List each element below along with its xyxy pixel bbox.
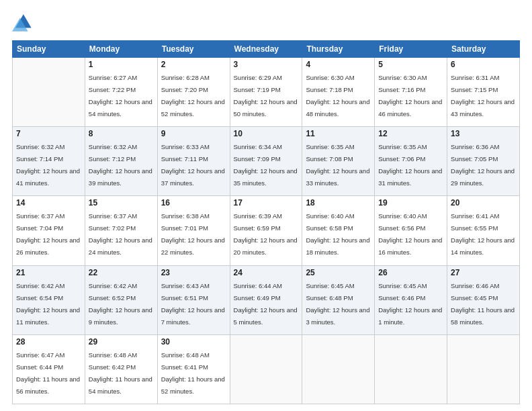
day-number: 22	[89, 268, 154, 277]
calendar-cell	[230, 334, 302, 404]
day-number: 14	[16, 198, 81, 208]
day-number: 10	[234, 129, 299, 138]
day-number: 24	[234, 268, 299, 277]
day-info: Sunrise: 6:31 AMSunset: 7:15 PMDaylight:…	[451, 74, 515, 118]
day-number: 29	[89, 337, 154, 347]
calendar-cell: 13Sunrise: 6:36 AMSunset: 7:05 PMDayligh…	[447, 127, 520, 196]
day-number: 3	[234, 60, 299, 69]
day-number: 21	[16, 268, 81, 277]
day-number: 5	[378, 60, 443, 69]
day-info: Sunrise: 6:39 AMSunset: 6:59 PMDaylight:…	[234, 212, 298, 256]
calendar-cell: 27Sunrise: 6:46 AMSunset: 6:45 PMDayligh…	[447, 265, 520, 334]
weekday-header-saturday: Saturday	[447, 41, 520, 58]
calendar-cell: 2Sunrise: 6:28 AMSunset: 7:20 PMDaylight…	[157, 58, 230, 127]
calendar-header-row: SundayMondayTuesdayWednesdayThursdayFrid…	[13, 41, 520, 58]
day-info: Sunrise: 6:41 AMSunset: 6:55 PMDaylight:…	[451, 212, 515, 256]
day-info: Sunrise: 6:48 AMSunset: 6:41 PMDaylight:…	[161, 351, 225, 395]
day-number: 7	[16, 129, 81, 138]
day-info: Sunrise: 6:33 AMSunset: 7:11 PMDaylight:…	[161, 143, 225, 187]
day-number: 17	[234, 198, 299, 208]
calendar-cell: 4Sunrise: 6:30 AMSunset: 7:18 PMDaylight…	[302, 58, 375, 127]
weekday-header-tuesday: Tuesday	[157, 41, 230, 58]
day-number: 11	[306, 129, 371, 138]
day-number: 30	[161, 337, 226, 347]
day-number: 12	[378, 129, 443, 138]
day-info: Sunrise: 6:48 AMSunset: 6:42 PMDaylight:…	[89, 351, 152, 395]
calendar-cell: 3Sunrise: 6:29 AMSunset: 7:19 PMDaylight…	[230, 58, 302, 127]
calendar-cell: 15Sunrise: 6:37 AMSunset: 7:02 PMDayligh…	[85, 196, 157, 265]
calendar-cell: 5Sunrise: 6:30 AMSunset: 7:16 PMDaylight…	[375, 58, 447, 127]
calendar-cell: 24Sunrise: 6:44 AMSunset: 6:49 PMDayligh…	[230, 265, 302, 334]
day-number: 1	[89, 60, 154, 69]
day-number: 26	[378, 268, 443, 277]
day-number: 28	[16, 337, 81, 347]
calendar-cell: 23Sunrise: 6:43 AMSunset: 6:51 PMDayligh…	[157, 265, 230, 334]
logo	[12, 12, 36, 34]
day-info: Sunrise: 6:28 AMSunset: 7:20 PMDaylight:…	[161, 74, 225, 118]
day-info: Sunrise: 6:38 AMSunset: 7:01 PMDaylight:…	[161, 212, 225, 256]
calendar-cell	[447, 334, 520, 404]
calendar-cell: 22Sunrise: 6:42 AMSunset: 6:52 PMDayligh…	[85, 265, 157, 334]
day-info: Sunrise: 6:32 AMSunset: 7:12 PMDaylight:…	[89, 143, 152, 187]
day-number: 27	[451, 268, 516, 277]
calendar-cell: 10Sunrise: 6:34 AMSunset: 7:09 PMDayligh…	[230, 127, 302, 196]
day-number: 4	[306, 60, 371, 69]
day-info: Sunrise: 6:30 AMSunset: 7:18 PMDaylight:…	[306, 74, 369, 118]
day-number: 6	[451, 60, 516, 69]
weekday-header-thursday: Thursday	[302, 41, 375, 58]
calendar-week-2: 7Sunrise: 6:32 AMSunset: 7:14 PMDaylight…	[13, 127, 520, 196]
calendar-cell: 19Sunrise: 6:40 AMSunset: 6:56 PMDayligh…	[375, 196, 447, 265]
day-number: 23	[161, 268, 226, 277]
weekday-header-friday: Friday	[375, 41, 447, 58]
calendar-cell: 20Sunrise: 6:41 AMSunset: 6:55 PMDayligh…	[447, 196, 520, 265]
day-info: Sunrise: 6:45 AMSunset: 6:46 PMDaylight:…	[378, 282, 442, 326]
header	[12, 12, 520, 34]
day-info: Sunrise: 6:32 AMSunset: 7:14 PMDaylight:…	[16, 143, 80, 187]
day-info: Sunrise: 6:45 AMSunset: 6:48 PMDaylight:…	[306, 282, 369, 326]
day-number: 20	[451, 198, 516, 208]
calendar-cell: 7Sunrise: 6:32 AMSunset: 7:14 PMDaylight…	[13, 127, 85, 196]
day-info: Sunrise: 6:40 AMSunset: 6:56 PMDaylight:…	[378, 212, 442, 256]
logo-icon	[12, 12, 34, 34]
calendar-cell: 1Sunrise: 6:27 AMSunset: 7:22 PMDaylight…	[85, 58, 157, 127]
day-number: 19	[378, 198, 443, 208]
calendar-week-5: 28Sunrise: 6:47 AMSunset: 6:44 PMDayligh…	[13, 334, 520, 404]
calendar-cell	[13, 58, 85, 127]
day-info: Sunrise: 6:36 AMSunset: 7:05 PMDaylight:…	[451, 143, 515, 187]
day-number: 16	[161, 198, 226, 208]
day-info: Sunrise: 6:29 AMSunset: 7:19 PMDaylight:…	[234, 74, 298, 118]
day-info: Sunrise: 6:46 AMSunset: 6:45 PMDaylight:…	[451, 282, 515, 326]
calendar-cell: 28Sunrise: 6:47 AMSunset: 6:44 PMDayligh…	[13, 334, 85, 404]
calendar-week-4: 21Sunrise: 6:42 AMSunset: 6:54 PMDayligh…	[13, 265, 520, 334]
day-info: Sunrise: 6:42 AMSunset: 6:52 PMDaylight:…	[89, 282, 152, 326]
weekday-header-wednesday: Wednesday	[230, 41, 302, 58]
day-number: 13	[451, 129, 516, 138]
calendar-cell: 16Sunrise: 6:38 AMSunset: 7:01 PMDayligh…	[157, 196, 230, 265]
day-info: Sunrise: 6:43 AMSunset: 6:51 PMDaylight:…	[161, 282, 225, 326]
weekday-header-monday: Monday	[85, 41, 157, 58]
day-info: Sunrise: 6:40 AMSunset: 6:58 PMDaylight:…	[306, 212, 369, 256]
day-info: Sunrise: 6:42 AMSunset: 6:54 PMDaylight:…	[16, 282, 80, 326]
calendar-cell	[375, 334, 447, 404]
day-number: 15	[89, 198, 154, 208]
calendar-cell: 26Sunrise: 6:45 AMSunset: 6:46 PMDayligh…	[375, 265, 447, 334]
calendar-cell: 30Sunrise: 6:48 AMSunset: 6:41 PMDayligh…	[157, 334, 230, 404]
day-info: Sunrise: 6:34 AMSunset: 7:09 PMDaylight:…	[234, 143, 298, 187]
day-number: 18	[306, 198, 371, 208]
day-info: Sunrise: 6:37 AMSunset: 7:04 PMDaylight:…	[16, 212, 80, 256]
calendar-cell: 21Sunrise: 6:42 AMSunset: 6:54 PMDayligh…	[13, 265, 85, 334]
day-info: Sunrise: 6:35 AMSunset: 7:06 PMDaylight:…	[378, 143, 442, 187]
day-number: 8	[89, 129, 154, 138]
calendar-cell: 14Sunrise: 6:37 AMSunset: 7:04 PMDayligh…	[13, 196, 85, 265]
calendar-cell: 25Sunrise: 6:45 AMSunset: 6:48 PMDayligh…	[302, 265, 375, 334]
day-info: Sunrise: 6:47 AMSunset: 6:44 PMDaylight:…	[16, 351, 80, 395]
calendar-cell: 6Sunrise: 6:31 AMSunset: 7:15 PMDaylight…	[447, 58, 520, 127]
page: SundayMondayTuesdayWednesdayThursdayFrid…	[0, 0, 532, 411]
calendar-table: SundayMondayTuesdayWednesdayThursdayFrid…	[12, 40, 520, 404]
weekday-header-sunday: Sunday	[13, 41, 85, 58]
calendar-cell: 17Sunrise: 6:39 AMSunset: 6:59 PMDayligh…	[230, 196, 302, 265]
day-info: Sunrise: 6:44 AMSunset: 6:49 PMDaylight:…	[234, 282, 298, 326]
calendar-cell: 9Sunrise: 6:33 AMSunset: 7:11 PMDaylight…	[157, 127, 230, 196]
day-info: Sunrise: 6:30 AMSunset: 7:16 PMDaylight:…	[378, 74, 442, 118]
day-number: 9	[161, 129, 226, 138]
